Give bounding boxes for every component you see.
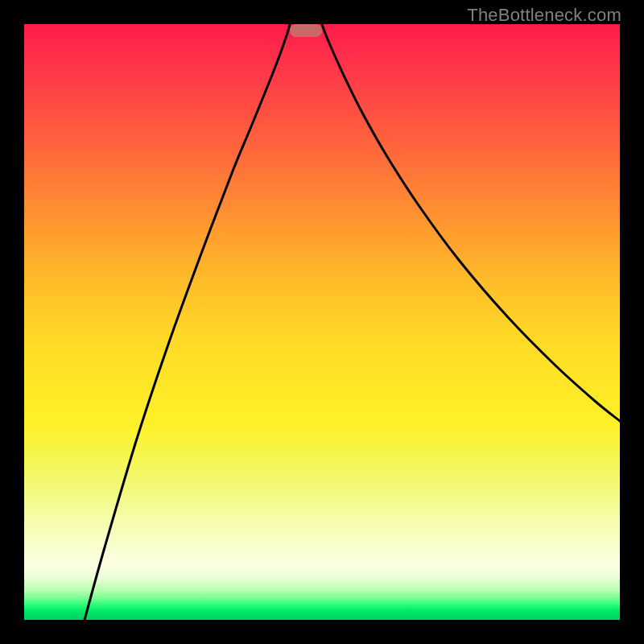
curve-layer	[24, 24, 620, 620]
curve-left	[85, 24, 290, 620]
watermark-text: TheBottleneck.com	[467, 5, 621, 26]
chart-frame: TheBottleneck.com	[0, 0, 644, 644]
curve-right	[322, 24, 620, 421]
bottleneck-marker	[290, 24, 322, 37]
plot-area	[24, 24, 620, 620]
